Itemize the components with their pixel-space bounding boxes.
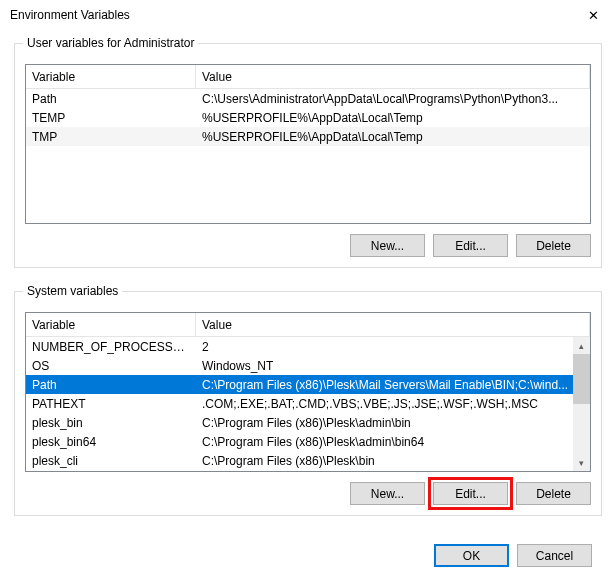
user-variables-group: User variables for Administrator Variabl…: [14, 36, 602, 268]
system-delete-button[interactable]: Delete: [516, 482, 591, 505]
scroll-up-icon[interactable]: ▴: [573, 337, 590, 354]
scroll-track[interactable]: [573, 354, 590, 454]
system-new-button[interactable]: New...: [350, 482, 425, 505]
close-button[interactable]: ✕: [571, 0, 616, 30]
titlebar: Environment Variables ✕: [0, 0, 616, 30]
table-row[interactable]: TEMP %USERPROFILE%\AppData\Local\Temp: [26, 108, 590, 127]
system-edit-button[interactable]: Edit...: [433, 482, 508, 505]
user-list-body: Path C:\Users\Administrator\AppData\Loca…: [26, 89, 590, 146]
system-variables-list[interactable]: Variable Value NUMBER_OF_PROCESSORS 2 OS…: [25, 312, 591, 472]
window-title: Environment Variables: [10, 8, 130, 22]
user-list-header: Variable Value: [26, 65, 590, 89]
dialog-buttons: OK Cancel: [434, 544, 592, 567]
table-row[interactable]: Path C:\Users\Administrator\AppData\Loca…: [26, 89, 590, 108]
user-header-value[interactable]: Value: [196, 65, 590, 88]
table-row-selected[interactable]: Path C:\Program Files (x86)\Plesk\Mail S…: [26, 375, 590, 394]
system-variables-group: System variables Variable Value NUMBER_O…: [14, 284, 602, 516]
scroll-thumb[interactable]: [573, 354, 590, 404]
system-list-body: NUMBER_OF_PROCESSORS 2 OS Windows_NT Pat…: [26, 337, 590, 470]
user-variables-list[interactable]: Variable Value Path C:\Users\Administrat…: [25, 64, 591, 224]
table-row[interactable]: TMP %USERPROFILE%\AppData\Local\Temp: [26, 127, 590, 146]
user-header-variable[interactable]: Variable: [26, 65, 196, 88]
system-group-legend: System variables: [23, 284, 122, 298]
user-delete-button[interactable]: Delete: [516, 234, 591, 257]
user-edit-button[interactable]: Edit...: [433, 234, 508, 257]
table-row[interactable]: plesk_bin C:\Program Files (x86)\Plesk\a…: [26, 413, 590, 432]
user-new-button[interactable]: New...: [350, 234, 425, 257]
system-header-variable[interactable]: Variable: [26, 313, 196, 336]
system-buttons-row: New... Edit... Delete: [25, 482, 591, 505]
system-list-header: Variable Value: [26, 313, 590, 337]
table-row[interactable]: plesk_cli C:\Program Files (x86)\Plesk\b…: [26, 451, 590, 470]
system-header-value[interactable]: Value: [196, 313, 590, 336]
close-icon: ✕: [588, 8, 599, 23]
cancel-button[interactable]: Cancel: [517, 544, 592, 567]
user-group-legend: User variables for Administrator: [23, 36, 198, 50]
table-row[interactable]: plesk_bin64 C:\Program Files (x86)\Plesk…: [26, 432, 590, 451]
table-row[interactable]: NUMBER_OF_PROCESSORS 2: [26, 337, 590, 356]
user-buttons-row: New... Edit... Delete: [25, 234, 591, 257]
scroll-down-icon[interactable]: ▾: [573, 454, 590, 471]
table-row[interactable]: OS Windows_NT: [26, 356, 590, 375]
ok-button[interactable]: OK: [434, 544, 509, 567]
table-row[interactable]: PATHEXT .COM;.EXE;.BAT;.CMD;.VBS;.VBE;.J…: [26, 394, 590, 413]
system-list-scrollbar[interactable]: ▴ ▾: [573, 337, 590, 471]
